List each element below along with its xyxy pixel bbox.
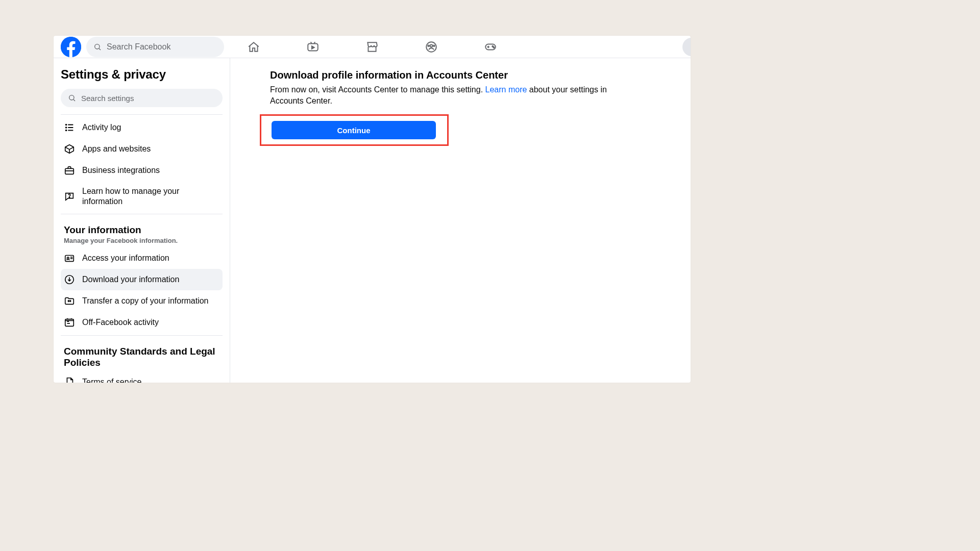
sidebar-item-label: Off-Facebook activity bbox=[82, 317, 159, 328]
nav-gaming[interactable] bbox=[484, 40, 497, 54]
sidebar-item-label: Business integrations bbox=[82, 165, 160, 176]
search-icon bbox=[93, 43, 102, 51]
section-title: Community Standards and Legal Policies bbox=[64, 346, 219, 368]
continue-button[interactable]: Continue bbox=[272, 121, 436, 139]
video-icon bbox=[306, 40, 320, 54]
page-description: From now on, visit Accounts Center to ma… bbox=[270, 84, 627, 106]
divider bbox=[61, 214, 223, 214]
sidebar-item-label: Learn how to manage your information bbox=[82, 186, 219, 207]
sidebar-item-label: Terms of service bbox=[82, 377, 141, 383]
svg-point-11 bbox=[69, 95, 74, 100]
global-search[interactable] bbox=[86, 37, 224, 57]
sidebar-item-download-information[interactable]: Download your information bbox=[61, 269, 223, 290]
sidebar-item-transfer-copy[interactable]: Transfer a copy of your information bbox=[61, 290, 223, 312]
id-card-icon bbox=[64, 253, 75, 264]
folder-transfer-icon bbox=[64, 295, 75, 307]
svg-point-7 bbox=[433, 45, 435, 46]
sidebar-item-learn-manage-info[interactable]: Learn how to manage your information bbox=[61, 181, 223, 212]
sidebar-item-business-integrations[interactable]: Business integrations bbox=[61, 160, 223, 181]
svg-point-5 bbox=[430, 44, 433, 47]
sidebar-item-access-information[interactable]: Access your information bbox=[61, 247, 223, 269]
cube-icon bbox=[64, 143, 75, 155]
global-search-input[interactable] bbox=[107, 42, 217, 52]
sidebar-item-label: Activity log bbox=[82, 122, 121, 133]
section-your-information: Your information Manage your Facebook in… bbox=[61, 216, 223, 247]
page-title: Download profile information in Accounts… bbox=[270, 69, 627, 81]
section-title: Your information bbox=[64, 224, 219, 236]
activity-icon bbox=[64, 317, 75, 328]
marketplace-icon bbox=[365, 40, 379, 54]
sidebar-item-label: Download your information bbox=[82, 274, 179, 285]
search-icon bbox=[68, 94, 76, 102]
sidebar-item-label: Access your information bbox=[82, 253, 169, 263]
svg-point-20 bbox=[69, 197, 69, 197]
account-menu[interactable] bbox=[682, 38, 691, 56]
svg-line-2 bbox=[99, 48, 101, 50]
settings-search[interactable] bbox=[61, 89, 223, 107]
section-subtitle: Manage your Facebook information. bbox=[64, 237, 219, 244]
divider bbox=[61, 335, 223, 336]
sidebar-item-apps-websites[interactable]: Apps and websites bbox=[61, 138, 223, 160]
gaming-icon bbox=[484, 40, 497, 54]
sidebar-item-terms-of-service[interactable]: Terms of service bbox=[61, 371, 223, 383]
facebook-logo[interactable] bbox=[61, 37, 81, 57]
sidebar-item-off-facebook-activity[interactable]: Off-Facebook activity bbox=[61, 312, 223, 333]
svg-point-10 bbox=[493, 47, 494, 48]
top-bar bbox=[54, 36, 691, 58]
sidebar-title: Settings & privacy bbox=[61, 67, 223, 82]
svg-point-13 bbox=[66, 124, 67, 126]
svg-point-6 bbox=[428, 45, 429, 46]
download-circle-icon bbox=[64, 274, 75, 285]
briefcase-icon bbox=[64, 165, 75, 176]
divider bbox=[61, 114, 223, 115]
groups-icon bbox=[425, 40, 438, 54]
question-bubble-icon bbox=[64, 191, 75, 202]
nav-marketplace[interactable] bbox=[365, 40, 379, 54]
sidebar-item-label: Apps and websites bbox=[82, 144, 151, 154]
document-icon bbox=[64, 377, 75, 383]
svg-point-17 bbox=[66, 130, 67, 131]
nav-groups[interactable] bbox=[425, 40, 438, 54]
sidebar-item-label: Transfer a copy of your information bbox=[82, 296, 209, 306]
nav-video[interactable] bbox=[306, 40, 320, 54]
main-content: Download profile information in Accounts… bbox=[230, 58, 691, 383]
nav-home[interactable] bbox=[247, 40, 260, 54]
sidebar: Settings & privacy Activity log Ap bbox=[54, 58, 230, 383]
svg-rect-19 bbox=[65, 168, 74, 174]
section-community-standards: Community Standards and Legal Policies bbox=[61, 338, 223, 371]
settings-search-input[interactable] bbox=[81, 94, 215, 103]
annotation-highlight: Continue bbox=[260, 114, 449, 146]
svg-line-12 bbox=[74, 99, 75, 101]
desc-text-before: From now on, visit Accounts Center to ma… bbox=[270, 85, 485, 94]
svg-point-1 bbox=[95, 44, 100, 48]
learn-more-link[interactable]: Learn more bbox=[485, 85, 527, 94]
sidebar-item-activity-log[interactable]: Activity log bbox=[61, 117, 223, 138]
home-icon bbox=[247, 40, 260, 54]
list-icon bbox=[64, 122, 75, 133]
svg-point-15 bbox=[66, 127, 67, 128]
